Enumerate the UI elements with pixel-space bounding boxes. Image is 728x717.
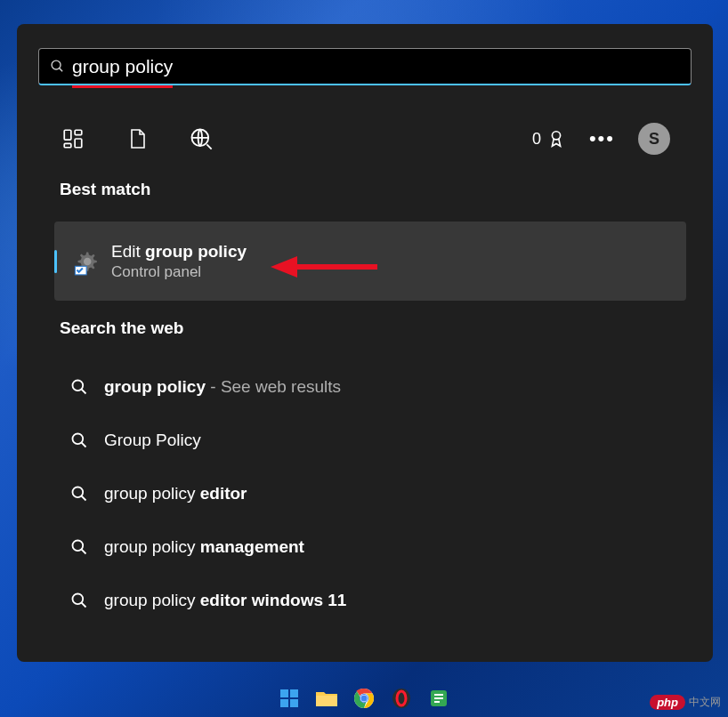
search-input[interactable] xyxy=(72,56,680,77)
svg-rect-27 xyxy=(316,696,337,706)
rewards-icon xyxy=(546,129,566,149)
rewards-badge[interactable]: 0 xyxy=(532,129,566,149)
best-match-subtitle: Control panel xyxy=(111,263,247,281)
chrome-icon[interactable] xyxy=(352,686,376,711)
selection-indicator xyxy=(54,250,57,273)
best-match-result[interactable]: Edit group policy Control panel xyxy=(54,222,686,301)
svg-point-0 xyxy=(52,60,61,69)
svg-point-19 xyxy=(73,541,84,552)
svg-point-13 xyxy=(73,381,84,391)
best-match-label: Best match xyxy=(60,180,150,199)
svg-rect-25 xyxy=(280,699,288,707)
svg-point-8 xyxy=(552,132,560,140)
svg-line-16 xyxy=(82,443,86,447)
svg-point-15 xyxy=(73,434,84,445)
svg-rect-24 xyxy=(290,689,298,697)
search-icon xyxy=(50,59,65,74)
search-bar[interactable] xyxy=(38,48,692,85)
apps-filter-icon[interactable] xyxy=(60,125,86,152)
best-match-title: Edit group policy xyxy=(111,242,247,262)
search-icon xyxy=(70,592,88,609)
web-result-item[interactable]: Group Policy xyxy=(70,414,670,467)
watermark-pill: php xyxy=(650,695,685,710)
web-filter-icon[interactable] xyxy=(188,125,214,152)
search-icon xyxy=(70,538,88,556)
app-icon[interactable] xyxy=(426,686,451,711)
svg-point-9 xyxy=(84,257,92,265)
svg-rect-3 xyxy=(75,130,82,134)
svg-rect-37 xyxy=(434,701,440,703)
svg-rect-23 xyxy=(280,689,288,697)
svg-rect-26 xyxy=(290,699,298,707)
web-result-item[interactable]: group policy - See web results xyxy=(70,360,670,414)
svg-line-7 xyxy=(206,144,211,149)
svg-point-21 xyxy=(73,594,84,605)
svg-rect-4 xyxy=(75,139,82,148)
taskbar xyxy=(0,680,728,717)
svg-rect-35 xyxy=(434,694,443,696)
search-underline-annotation xyxy=(72,85,173,88)
web-result-item[interactable]: group policy management xyxy=(70,520,670,574)
svg-rect-2 xyxy=(64,130,71,140)
svg-line-18 xyxy=(82,496,86,501)
filter-row: 0 ••• S xyxy=(60,111,670,166)
web-result-item[interactable]: group policy editor xyxy=(70,467,670,520)
web-results-list: group policy - See web results Group Pol… xyxy=(70,360,670,627)
file-explorer-icon[interactable] xyxy=(314,686,339,711)
start-search-panel: 0 ••• S Best match Edit group policy Con… xyxy=(17,24,713,662)
search-icon xyxy=(70,431,88,449)
svg-line-1 xyxy=(60,68,63,72)
svg-rect-5 xyxy=(64,143,71,147)
svg-point-31 xyxy=(361,696,368,702)
svg-line-20 xyxy=(82,550,86,554)
watermark: php 中文网 xyxy=(650,695,721,710)
search-icon xyxy=(70,485,88,503)
documents-filter-icon[interactable] xyxy=(124,125,150,152)
avatar-initial: S xyxy=(649,130,659,149)
rewards-count: 0 xyxy=(532,130,541,149)
watermark-text: 中文网 xyxy=(689,695,721,710)
user-avatar[interactable]: S xyxy=(638,123,670,155)
opera-icon[interactable] xyxy=(389,686,414,711)
search-icon xyxy=(70,378,88,396)
svg-rect-36 xyxy=(434,697,443,699)
more-options-icon[interactable]: ••• xyxy=(589,127,615,150)
svg-line-22 xyxy=(82,603,86,608)
svg-point-17 xyxy=(73,487,84,498)
svg-line-14 xyxy=(82,390,86,394)
search-web-label: Search the web xyxy=(60,318,183,338)
web-result-item[interactable]: group policy editor windows 11 xyxy=(70,574,670,627)
gear-icon xyxy=(69,246,101,278)
start-button[interactable] xyxy=(277,686,302,711)
